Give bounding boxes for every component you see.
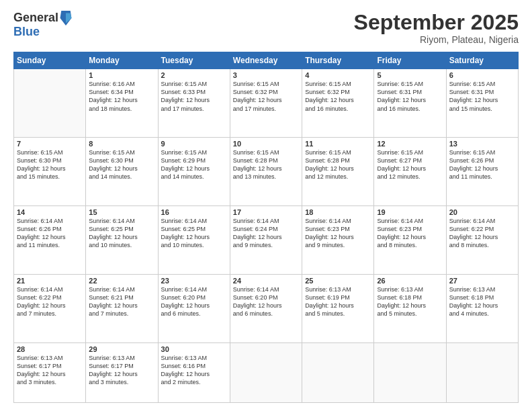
day-info: Sunrise: 6:15 AM Sunset: 6:28 PM Dayligh… xyxy=(305,148,371,181)
day-info: Sunrise: 6:14 AM Sunset: 6:22 PM Dayligh… xyxy=(17,285,83,318)
day-number: 22 xyxy=(89,277,154,285)
day-info: Sunrise: 6:15 AM Sunset: 6:30 PM Dayligh… xyxy=(17,148,83,181)
day-number: 29 xyxy=(89,345,154,353)
day-number: 10 xyxy=(233,140,299,148)
day-info: Sunrise: 6:13 AM Sunset: 6:17 PM Dayligh… xyxy=(17,354,83,387)
day-info: Sunrise: 6:15 AM Sunset: 6:32 PM Dayligh… xyxy=(305,80,371,113)
day-number: 20 xyxy=(449,208,515,216)
logo-icon xyxy=(60,11,72,26)
day-info: Sunrise: 6:14 AM Sunset: 6:20 PM Dayligh… xyxy=(161,285,227,318)
table-row: 7Sunrise: 6:15 AM Sunset: 6:30 PM Daylig… xyxy=(14,138,86,206)
day-number: 18 xyxy=(305,208,371,216)
day-number: 16 xyxy=(161,208,227,216)
day-info: Sunrise: 6:15 AM Sunset: 6:31 PM Dayligh… xyxy=(449,80,515,113)
table-row: 25Sunrise: 6:13 AM Sunset: 6:19 PM Dayli… xyxy=(302,274,374,342)
table-row: 6Sunrise: 6:15 AM Sunset: 6:31 PM Daylig… xyxy=(446,69,518,138)
day-info: Sunrise: 6:14 AM Sunset: 6:23 PM Dayligh… xyxy=(377,217,443,250)
table-row: 28Sunrise: 6:13 AM Sunset: 6:17 PM Dayli… xyxy=(14,342,86,402)
day-info: Sunrise: 6:16 AM Sunset: 6:34 PM Dayligh… xyxy=(89,80,154,113)
col-friday: Friday xyxy=(374,52,446,69)
day-number: 7 xyxy=(17,140,83,148)
day-number: 11 xyxy=(305,140,371,148)
day-info: Sunrise: 6:15 AM Sunset: 6:29 PM Dayligh… xyxy=(161,148,227,181)
calendar-header-row: Sunday Monday Tuesday Wednesday Thursday… xyxy=(14,52,519,69)
day-number: 23 xyxy=(161,277,227,285)
table-row: 30Sunrise: 6:13 AM Sunset: 6:16 PM Dayli… xyxy=(158,342,230,402)
table-row xyxy=(446,342,518,402)
table-row xyxy=(230,342,302,402)
header: General Blue September 2025 Riyom, Plate… xyxy=(13,11,519,45)
table-row: 12Sunrise: 6:15 AM Sunset: 6:27 PM Dayli… xyxy=(374,138,446,206)
table-row: 3Sunrise: 6:15 AM Sunset: 6:32 PM Daylig… xyxy=(230,69,302,138)
table-row: 26Sunrise: 6:13 AM Sunset: 6:18 PM Dayli… xyxy=(374,274,446,342)
table-row: 27Sunrise: 6:13 AM Sunset: 6:18 PM Dayli… xyxy=(446,274,518,342)
col-monday: Monday xyxy=(86,52,158,69)
col-sunday: Sunday xyxy=(14,52,86,69)
month-title: September 2025 xyxy=(354,11,519,34)
day-number: 4 xyxy=(305,71,371,79)
page: General Blue September 2025 Riyom, Plate… xyxy=(0,0,532,411)
day-info: Sunrise: 6:15 AM Sunset: 6:33 PM Dayligh… xyxy=(161,80,227,113)
table-row xyxy=(302,342,374,402)
day-number: 19 xyxy=(377,208,443,216)
day-number: 1 xyxy=(89,71,154,79)
logo-general: General xyxy=(13,11,58,25)
day-info: Sunrise: 6:13 AM Sunset: 6:17 PM Dayligh… xyxy=(89,354,154,387)
day-number: 30 xyxy=(161,345,227,353)
day-number: 14 xyxy=(17,208,83,216)
day-number: 25 xyxy=(305,277,371,285)
table-row: 22Sunrise: 6:14 AM Sunset: 6:21 PM Dayli… xyxy=(86,274,158,342)
day-number: 21 xyxy=(17,277,83,285)
table-row: 21Sunrise: 6:14 AM Sunset: 6:22 PM Dayli… xyxy=(14,274,86,342)
day-number: 6 xyxy=(449,71,515,79)
table-row: 24Sunrise: 6:14 AM Sunset: 6:20 PM Dayli… xyxy=(230,274,302,342)
day-number: 3 xyxy=(233,71,299,79)
table-row: 15Sunrise: 6:14 AM Sunset: 6:25 PM Dayli… xyxy=(86,205,158,274)
day-info: Sunrise: 6:14 AM Sunset: 6:26 PM Dayligh… xyxy=(17,217,83,250)
day-number: 9 xyxy=(161,140,227,148)
table-row: 10Sunrise: 6:15 AM Sunset: 6:28 PM Dayli… xyxy=(230,138,302,206)
calendar-table: Sunday Monday Tuesday Wednesday Thursday… xyxy=(13,52,519,403)
title-area: September 2025 Riyom, Plateau, Nigeria xyxy=(354,11,519,45)
day-number: 2 xyxy=(161,71,227,79)
table-row: 19Sunrise: 6:14 AM Sunset: 6:23 PM Dayli… xyxy=(374,205,446,274)
location-subtitle: Riyom, Plateau, Nigeria xyxy=(354,34,519,45)
table-row: 2Sunrise: 6:15 AM Sunset: 6:33 PM Daylig… xyxy=(158,69,230,138)
day-info: Sunrise: 6:14 AM Sunset: 6:22 PM Dayligh… xyxy=(449,217,515,250)
day-info: Sunrise: 6:14 AM Sunset: 6:23 PM Dayligh… xyxy=(305,217,371,250)
day-info: Sunrise: 6:13 AM Sunset: 6:18 PM Dayligh… xyxy=(449,285,515,318)
day-number: 28 xyxy=(17,345,83,353)
day-number: 15 xyxy=(89,208,154,216)
day-info: Sunrise: 6:14 AM Sunset: 6:25 PM Dayligh… xyxy=(89,217,154,250)
table-row: 20Sunrise: 6:14 AM Sunset: 6:22 PM Dayli… xyxy=(446,205,518,274)
day-number: 12 xyxy=(377,140,443,148)
day-info: Sunrise: 6:14 AM Sunset: 6:24 PM Dayligh… xyxy=(233,217,299,250)
day-info: Sunrise: 6:13 AM Sunset: 6:18 PM Dayligh… xyxy=(377,285,443,318)
col-thursday: Thursday xyxy=(302,52,374,69)
day-info: Sunrise: 6:14 AM Sunset: 6:21 PM Dayligh… xyxy=(89,285,154,318)
day-info: Sunrise: 6:15 AM Sunset: 6:30 PM Dayligh… xyxy=(89,148,154,181)
table-row: 29Sunrise: 6:13 AM Sunset: 6:17 PM Dayli… xyxy=(86,342,158,402)
col-saturday: Saturday xyxy=(446,52,518,69)
day-info: Sunrise: 6:15 AM Sunset: 6:31 PM Dayligh… xyxy=(377,80,443,113)
table-row: 13Sunrise: 6:15 AM Sunset: 6:26 PM Dayli… xyxy=(446,138,518,206)
table-row: 18Sunrise: 6:14 AM Sunset: 6:23 PM Dayli… xyxy=(302,205,374,274)
day-number: 17 xyxy=(233,208,299,216)
day-info: Sunrise: 6:15 AM Sunset: 6:26 PM Dayligh… xyxy=(449,148,515,181)
table-row: 9Sunrise: 6:15 AM Sunset: 6:29 PM Daylig… xyxy=(158,138,230,206)
day-number: 5 xyxy=(377,71,443,79)
table-row: 4Sunrise: 6:15 AM Sunset: 6:32 PM Daylig… xyxy=(302,69,374,138)
table-row: 1Sunrise: 6:16 AM Sunset: 6:34 PM Daylig… xyxy=(86,69,158,138)
col-tuesday: Tuesday xyxy=(158,52,230,69)
day-info: Sunrise: 6:15 AM Sunset: 6:32 PM Dayligh… xyxy=(233,80,299,113)
day-number: 26 xyxy=(377,277,443,285)
day-number: 13 xyxy=(449,140,515,148)
table-row: 17Sunrise: 6:14 AM Sunset: 6:24 PM Dayli… xyxy=(230,205,302,274)
table-row: 16Sunrise: 6:14 AM Sunset: 6:25 PM Dayli… xyxy=(158,205,230,274)
table-row xyxy=(374,342,446,402)
logo: General Blue xyxy=(13,11,72,39)
day-number: 27 xyxy=(449,277,515,285)
logo-blue: Blue xyxy=(13,26,72,39)
day-info: Sunrise: 6:14 AM Sunset: 6:20 PM Dayligh… xyxy=(233,285,299,318)
day-info: Sunrise: 6:13 AM Sunset: 6:19 PM Dayligh… xyxy=(305,285,371,318)
